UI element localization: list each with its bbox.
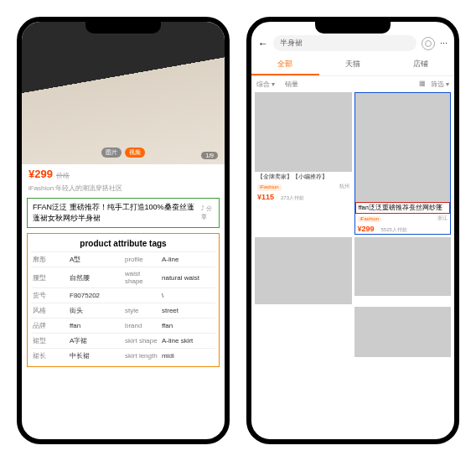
product-title: FFAN泛泛 重磅推荐！纯手工打造100%桑蚕丝蓬蓬裙女秋网纱半身裙 xyxy=(33,202,201,224)
community-tag[interactable]: iFashion 年轻人的潮流穿搭社区 xyxy=(22,184,225,196)
result-card[interactable]: 【金牌卖家】【小编推荐】 iFashion杭州 ¥115 273人付款 xyxy=(255,92,352,235)
sort-row: 综合 ▾ 销量 ▦ 筛选 ▾ xyxy=(251,76,454,92)
attribute-row: 腰型自然腰waist shapenatural waist xyxy=(31,267,215,288)
card-location: 浙江 xyxy=(437,215,448,221)
attribute-row: 品牌ffanbrandffan xyxy=(31,319,215,334)
original-price: 价格 xyxy=(56,171,70,180)
card-price: ¥299 xyxy=(355,225,377,233)
media-toggle[interactable]: 图片 视频 xyxy=(101,148,145,158)
card-location: 杭州 xyxy=(339,184,349,189)
card-image xyxy=(355,93,451,202)
ifashion-badge: iFashion xyxy=(358,216,382,222)
product-detail-screen: 图片 视频 1/9 ¥299 价格 iFashion 年轻人的潮流穿搭社区 FF… xyxy=(22,22,225,439)
card-title: 【金牌卖家】【小编推荐】 xyxy=(255,172,352,182)
card-image xyxy=(354,307,452,357)
camera-icon[interactable] xyxy=(422,37,435,50)
attribute-row: 廓形A型profileA-line xyxy=(31,252,215,267)
price: ¥299 xyxy=(28,168,53,180)
card-image xyxy=(255,92,352,172)
search-results-screen: ← 半身裙 ⋯ 全部 天猫 店铺 综合 ▾ 销量 ▦ 筛选 ▾ 【金牌卖家】【小… xyxy=(251,22,454,439)
hero-image[interactable]: 图片 视频 1/9 xyxy=(22,22,225,164)
scope-tabs: 全部 天猫 店铺 xyxy=(251,54,454,76)
search-input[interactable]: 半身裙 xyxy=(273,35,416,51)
attributes-table: 廓形A型profileA-line腰型自然腰waist shapenatural… xyxy=(31,251,215,363)
card-price: ¥115 xyxy=(255,193,277,201)
filter-button[interactable]: 筛选 ▾ xyxy=(431,80,449,89)
more-icon[interactable]: ⋯ xyxy=(440,39,448,48)
notch xyxy=(315,22,391,34)
back-icon[interactable]: ← xyxy=(258,38,268,49)
phone-right: ← 半身裙 ⋯ 全部 天猫 店铺 综合 ▾ 销量 ▦ 筛选 ▾ 【金牌卖家】【小… xyxy=(246,17,459,444)
card-image xyxy=(255,237,352,304)
layout-grid-icon[interactable]: ▦ xyxy=(419,80,426,89)
attribute-row: 裙型A字裙skirt shapeA-line skirt xyxy=(31,334,215,349)
attribute-row: 货号F8075202\ xyxy=(31,288,215,303)
card-title-highlighted: ffan泛泛重磅推荐蚕丝网纱蓬 xyxy=(355,202,451,214)
tab-tmall[interactable]: 天猫 xyxy=(319,54,387,75)
result-card[interactable] xyxy=(255,237,352,304)
card-image xyxy=(354,237,452,296)
result-card[interactable] xyxy=(354,307,452,357)
title-highlight-box: FFAN泛泛 重磅推荐！纯手工打造100%桑蚕丝蓬蓬裙女秋网纱半身裙 ⤴ 分享 xyxy=(27,198,220,228)
sort-sales[interactable]: 销量 xyxy=(285,80,298,89)
image-counter: 1/9 xyxy=(201,152,218,159)
price-row: ¥299 价格 xyxy=(22,164,225,184)
tab-stores[interactable]: 店铺 xyxy=(386,54,454,75)
media-pill-image[interactable]: 图片 xyxy=(101,148,122,158)
share-button[interactable]: ⤴ 分享 xyxy=(201,205,214,221)
sort-comprehensive[interactable]: 综合 ▾ xyxy=(256,80,275,89)
attribute-row: 裙长中长裙skirt lengthmidi xyxy=(31,349,215,364)
results-grid: 【金牌卖家】【小编推荐】 iFashion杭州 ¥115 273人付款 ffan… xyxy=(251,92,454,360)
notch xyxy=(85,22,161,34)
card-sold: 273人付款 xyxy=(278,195,307,203)
tab-all[interactable]: 全部 xyxy=(251,54,319,75)
result-card[interactable] xyxy=(354,237,452,304)
ifashion-badge: iFashion xyxy=(257,184,282,190)
media-pill-video[interactable]: 视频 xyxy=(125,148,145,158)
attributes-heading: product attribute tags xyxy=(31,239,215,248)
card-sold: 5525人付款 xyxy=(378,227,409,235)
result-card-highlighted[interactable]: ffan泛泛重磅推荐蚕丝网纱蓬 iFashion浙江 ¥299 5525人付款 xyxy=(354,92,452,235)
attribute-row: 风格街头stylestreet xyxy=(31,303,215,319)
attributes-highlight-box: product attribute tags 廓形A型profileA-line… xyxy=(27,233,220,367)
phone-left: 图片 视频 1/9 ¥299 价格 iFashion 年轻人的潮流穿搭社区 FF… xyxy=(17,17,230,444)
